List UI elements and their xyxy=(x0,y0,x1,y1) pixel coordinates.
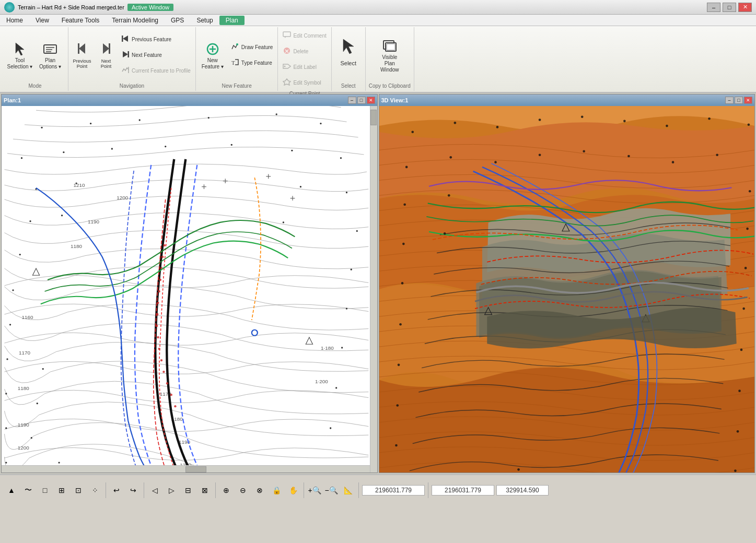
visible-plan-window-button[interactable]: Visible PlanWindow xyxy=(375,38,404,73)
plan-minimize[interactable]: – xyxy=(348,97,356,104)
3d-view-window: 3D View:1 – □ ✕ xyxy=(379,94,755,473)
svg-point-150 xyxy=(538,154,541,156)
svg-point-153 xyxy=(671,161,674,163)
svg-point-82 xyxy=(19,254,21,255)
svg-point-152 xyxy=(627,155,630,158)
chart-status-icon[interactable]: 〜 xyxy=(21,483,36,498)
maximize-button[interactable]: □ xyxy=(723,3,736,12)
terrain-status-icon[interactable]: ▲ xyxy=(4,483,19,498)
current-feature-to-profile-button[interactable]: Current Feature to Profile xyxy=(119,64,193,78)
svg-marker-26 xyxy=(283,79,290,85)
nav-buttons: PreviousPoint NextPoint xyxy=(71,28,193,82)
plan-options-button[interactable]: PlanOptions ▾ xyxy=(36,38,65,73)
redo-icon[interactable]: ↪ xyxy=(126,483,141,498)
plan-vscroll-thumb[interactable] xyxy=(370,110,377,125)
undo-icon[interactable]: ↩ xyxy=(109,483,124,498)
svg-point-85 xyxy=(351,269,352,270)
svg-point-92 xyxy=(335,387,337,388)
delete-button[interactable]: Delete xyxy=(280,44,329,58)
zoom-in-status-icon[interactable]: ⊕ xyxy=(219,483,234,498)
svg-text:1210: 1210 xyxy=(74,182,86,188)
select-button[interactable]: Select xyxy=(334,28,363,75)
toolbar-current-point-group: Edit Comment Delete xyxy=(278,27,331,91)
pan-status-icon[interactable]: ✋ xyxy=(286,483,300,498)
plan-close[interactable]: ✕ xyxy=(367,97,375,104)
svg-point-169 xyxy=(395,444,398,447)
plan-maximize[interactable]: □ xyxy=(357,97,366,104)
edit-comment-button[interactable]: Edit Comment xyxy=(280,28,329,43)
nav-label: Navigation xyxy=(71,82,193,90)
svg-marker-24 xyxy=(283,64,290,68)
plan-vscrollbar[interactable] xyxy=(370,106,377,473)
zoom-out2-status-icon[interactable]: −🔍 xyxy=(324,483,339,498)
svg-point-174 xyxy=(517,468,520,471)
3d-maximize[interactable]: □ xyxy=(735,97,743,104)
svg-marker-27 xyxy=(343,39,354,54)
new-feature-button[interactable]: NewFeature ▾ xyxy=(198,38,227,73)
prev-feature-label: Previous Feature xyxy=(132,37,171,42)
plan-options-icon xyxy=(42,41,59,57)
menu-gps[interactable]: GPS xyxy=(165,16,190,25)
measure-status-icon[interactable]: 📐 xyxy=(341,483,355,498)
menu-view[interactable]: View xyxy=(29,16,55,25)
menu-terrain-modeling[interactable]: Terrain Modeling xyxy=(106,16,165,25)
points-status-icon[interactable]: ⁘ xyxy=(88,483,102,498)
split-status-icon[interactable]: ⊠ xyxy=(197,483,212,498)
svg-point-160 xyxy=(746,228,749,230)
draw-feature-button[interactable]: Draw Feature xyxy=(228,40,276,55)
next-feature-icon xyxy=(121,51,130,60)
lock-status-icon[interactable]: 🔒 xyxy=(269,483,284,498)
svg-point-100 xyxy=(58,462,60,463)
nav-fwd-status-icon[interactable]: ▷ xyxy=(164,483,179,498)
3d-view[interactable] xyxy=(379,106,755,473)
prev-point-label: PreviousPoint xyxy=(73,58,91,69)
svg-point-93 xyxy=(5,427,7,429)
next-point-button[interactable]: NextPoint xyxy=(95,38,118,73)
prev-feature-icon xyxy=(121,35,130,44)
minimize-button[interactable]: – xyxy=(707,3,720,12)
tool-selection-button[interactable]: ToolSelection ▾ xyxy=(5,38,34,73)
close-button[interactable]: ✕ xyxy=(738,3,752,12)
3d-window-title: 3D View:1 xyxy=(381,97,409,103)
previous-point-button[interactable]: PreviousPoint xyxy=(71,38,94,73)
svg-point-83 xyxy=(356,230,358,232)
type-feature-button[interactable]: T Type Feature xyxy=(228,56,276,70)
menu-home[interactable]: Home xyxy=(0,16,29,25)
titlebar: Terrain – Hart Rd + Side Road merged.ter… xyxy=(0,0,756,15)
3d-minimize[interactable]: – xyxy=(725,97,734,104)
menu-plan[interactable]: Plan xyxy=(219,16,245,25)
svg-point-120 xyxy=(157,336,159,338)
3d-close[interactable]: ✕ xyxy=(744,97,752,104)
plan-hscroll-thumb[interactable] xyxy=(185,466,206,473)
svg-point-115 xyxy=(159,279,161,281)
svg-point-122 xyxy=(160,359,162,361)
zoom-fit-status-icon[interactable]: ⊗ xyxy=(252,483,267,498)
grid-status-icon[interactable]: ⊞ xyxy=(54,483,69,498)
new-feature-group-label: New Feature xyxy=(198,82,276,90)
mode-label: Mode xyxy=(28,82,41,90)
zoom-out-status-icon[interactable]: ⊖ xyxy=(236,483,250,498)
svg-text:1190: 1190 xyxy=(88,219,100,225)
edit-label-button[interactable]: Edit Label xyxy=(280,60,329,74)
menu-feature-tools[interactable]: Feature Tools xyxy=(55,16,106,25)
nav-back-status-icon[interactable]: ◁ xyxy=(147,483,162,498)
svg-rect-6 xyxy=(78,43,79,54)
menu-setup[interactable]: Setup xyxy=(190,16,219,25)
frame-status-icon[interactable]: ⊟ xyxy=(181,483,195,498)
zoom-in2-status-icon[interactable]: +🔍 xyxy=(307,483,322,498)
edit-symbol-button[interactable]: Edit Symbol xyxy=(280,75,329,90)
toolbar-mode-group: ToolSelection ▾ PlanOptions ▾ Mode xyxy=(2,27,68,91)
svg-point-87 xyxy=(346,308,347,309)
main-content: Plan:1 – □ ✕ xyxy=(0,93,756,474)
plan-hscrollbar[interactable] xyxy=(2,465,370,473)
svg-point-81 xyxy=(283,221,284,223)
previous-feature-button[interactable]: Previous Feature xyxy=(119,32,193,47)
svg-point-147 xyxy=(405,166,408,169)
plan-view[interactable]: 1210 1200 1190 1180 1160 1170 1180 1190 … xyxy=(2,106,370,465)
box-status-icon[interactable]: □ xyxy=(38,483,52,498)
svg-point-74 xyxy=(340,157,342,159)
select-status-icon[interactable]: ⊡ xyxy=(71,483,86,498)
svg-point-166 xyxy=(740,349,742,351)
svg-point-21 xyxy=(284,48,290,54)
next-feature-button[interactable]: Next Feature xyxy=(119,48,193,63)
